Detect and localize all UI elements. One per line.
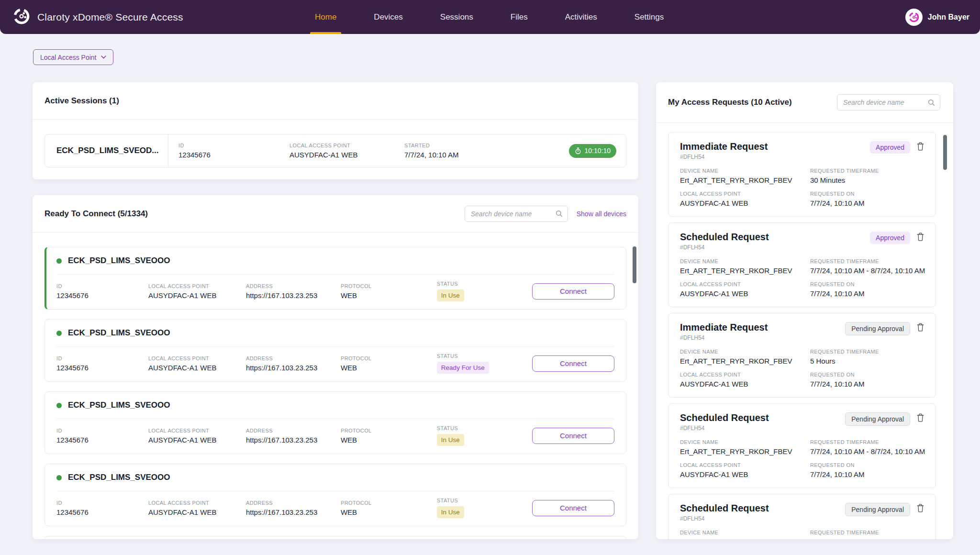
active-sessions-panel: Active Sessions (1) ECK_PSD_LIMS_SVEOD..… — [33, 82, 638, 179]
field-label: ID — [178, 143, 290, 148]
app-title: Claroty xDome® Secure Access — [37, 11, 183, 23]
request-device-field: DEVICE NAMEErt_ART_TER_RYR_RKOR_FBEV — [680, 530, 810, 539]
device-id-field: ID12345676 — [56, 355, 148, 372]
request-device-field: DEVICE NAMEErt_ART_TER_RYR_RKOR_FBEV — [680, 439, 810, 455]
session-timer-badge: 10:10:10 — [569, 144, 617, 158]
nav-label: Settings — [635, 12, 664, 22]
nav-label: Activities — [565, 12, 597, 22]
device-lap-field: LOCAL ACCESS POINTAUSYDFAC-A1 WEB — [148, 283, 246, 300]
device-protocol-field: PROTOCOLWEB — [341, 500, 437, 516]
field-value: AUSYDFAC-A1 WEB — [290, 151, 404, 159]
request-type: Scheduled Request — [680, 412, 769, 423]
nav-label: Sessions — [440, 12, 473, 22]
user-avatar-icon[interactable] — [905, 9, 923, 26]
trash-icon — [917, 142, 924, 151]
nav-settings[interactable]: Settings — [630, 0, 668, 34]
request-timeframe-field: REQUESTED TIMEFRAME30 Minutes — [810, 168, 924, 184]
device-search[interactable] — [465, 206, 568, 222]
request-lap-field: LOCAL ACCESS POINTAUSYDFAC-A1 WEB — [680, 281, 810, 298]
connect-button[interactable]: Connect — [532, 283, 614, 300]
ready-to-connect-title: Ready To Connect (5/1334) — [45, 209, 148, 219]
nav-sessions[interactable]: Sessions — [435, 0, 478, 34]
chevron-down-icon — [101, 56, 106, 59]
device-id-field: ID12345676 — [56, 283, 148, 300]
access-requests-title: My Access Requests (10 Active) — [668, 98, 792, 107]
request-timeframe-field: REQUESTED TIMEFRAME7/7/24, 10:10 AM - 8/… — [810, 439, 925, 455]
field-value: 7/7/24, 10:10 AM — [404, 151, 515, 159]
request-type: Scheduled Request — [680, 232, 769, 243]
device-protocol-field: PROTOCOLWEB — [341, 355, 437, 372]
trash-icon — [917, 413, 924, 422]
device-address-field: ADDRESShttps://167.103.23.253 — [246, 355, 341, 372]
device-lap-field: LOCAL ACCESS POINTAUSYDFAC-A1 WEB — [148, 428, 246, 444]
field-label: LOCAL ACCESS POINT — [290, 143, 404, 148]
trash-icon — [917, 504, 924, 512]
request-status-badge: Pending Approval — [845, 412, 910, 426]
request-type: Scheduled Request — [680, 503, 769, 514]
device-protocol-field: PROTOCOLWEB — [341, 283, 437, 300]
request-search-input[interactable] — [842, 98, 925, 107]
active-session-card[interactable]: ECK_PSD_LIMS_SVEOD... ID 12345676 LOCAL … — [45, 134, 626, 167]
local-access-point-filter[interactable]: Local Access Point — [33, 49, 113, 65]
delete-request-button[interactable] — [917, 413, 924, 423]
request-on-field: REQUESTED ON7/7/24, 10:10 AM — [810, 372, 924, 388]
device-card: ECK_PSD_LIMS_SVEOOO ID12345676 LOCAL ACC… — [45, 319, 626, 382]
ready-to-connect-panel: Ready To Connect (5/1334) Show all devic… — [33, 195, 638, 539]
online-status-dot — [56, 258, 62, 264]
device-search-input[interactable] — [470, 210, 553, 218]
session-timer-value: 10:10:10 — [585, 147, 611, 155]
brand: Claroty xDome® Secure Access — [0, 7, 183, 27]
access-request-card: Immediate Request #DFLH54 Approved DEVIC… — [668, 132, 936, 217]
nav-files[interactable]: Files — [506, 0, 533, 34]
scrollbar-thumb[interactable] — [943, 135, 947, 170]
nav-devices[interactable]: Devices — [369, 0, 407, 34]
active-sessions-title: Active Sessions (1) — [45, 96, 119, 106]
connect-button[interactable]: Connect — [532, 428, 614, 444]
request-timeframe-field: REQUESTED TIMEFRAME5 Hours — [810, 349, 924, 365]
device-status-field: STATUS In Use — [437, 281, 532, 301]
device-card: ECK_PSD_LIMS_SVEOOO ID12345676 LOCAL ACC… — [45, 247, 626, 310]
request-device-field: DEVICE NAMEErt_ART_TER_RYR_RKOR_FBEV — [680, 168, 810, 184]
status-badge: In Use — [437, 506, 464, 518]
request-on-field: REQUESTED ON7/7/24, 10:10 AM — [810, 281, 925, 298]
request-ref: #DFLH54 — [680, 515, 769, 522]
session-field: STARTED 7/7/24, 10:10 AM — [404, 143, 515, 159]
device-id-field: ID12345676 — [56, 500, 148, 516]
scrollbar-thumb[interactable] — [633, 246, 636, 283]
delete-request-button[interactable] — [917, 142, 924, 152]
request-lap-field: LOCAL ACCESS POINTAUSYDFAC-A1 WEB — [680, 191, 810, 207]
nav-label: Home — [315, 12, 336, 22]
connect-button[interactable]: Connect — [532, 500, 614, 516]
search-icon — [928, 99, 935, 106]
request-device-field: DEVICE NAMEErt_ART_TER_RYR_RKOR_FBEV — [680, 349, 810, 365]
request-status-badge: Approved — [870, 232, 910, 244]
request-status-badge: Pending Approval — [845, 322, 910, 335]
access-request-card: Scheduled Request #DFLH54 Approved DEVIC… — [668, 222, 936, 307]
main-nav: Home Devices Sessions Files Activities S… — [310, 0, 668, 34]
request-lap-field: LOCAL ACCESS POINTAUSYDFAC-A1 WEB — [680, 462, 810, 478]
nav-activities[interactable]: Activities — [560, 0, 602, 34]
stopwatch-icon — [575, 147, 581, 155]
status-badge: In Use — [437, 289, 464, 301]
divider — [33, 119, 638, 120]
request-on-field: REQUESTED ON7/7/24, 10:10 AM — [810, 462, 925, 478]
device-card: ECK_PSD_LIMS_SVEOOO ID12345676 LOCAL ACC… — [45, 391, 626, 454]
access-request-card: Scheduled Request #DFLH54 Pending Approv… — [668, 494, 936, 539]
request-search[interactable] — [837, 94, 940, 111]
device-address-field: ADDRESShttps://167.103.23.253 — [246, 500, 341, 516]
user-area[interactable]: John Bayer — [905, 0, 969, 34]
request-ref: #DFLH54 — [680, 154, 768, 160]
delete-request-button[interactable] — [917, 233, 924, 243]
delete-request-button[interactable] — [917, 504, 924, 514]
show-all-devices-link[interactable]: Show all devices — [577, 210, 626, 218]
device-lap-field: LOCAL ACCESS POINTAUSYDFAC-A1 WEB — [148, 355, 246, 372]
request-device-field: DEVICE NAMEErt_ART_TER_RYR_RKOR_FBEV — [680, 258, 810, 275]
request-ref: #DFLH54 — [680, 244, 769, 251]
nav-home[interactable]: Home — [310, 0, 341, 34]
device-address-field: ADDRESShttps://167.103.23.253 — [246, 428, 341, 444]
delete-request-button[interactable] — [917, 323, 924, 333]
request-type: Immediate Request — [680, 141, 768, 152]
connect-button[interactable]: Connect — [532, 355, 614, 372]
field-value: 12345676 — [178, 151, 290, 159]
access-request-card: Immediate Request #DFLH54 Pending Approv… — [668, 313, 936, 398]
